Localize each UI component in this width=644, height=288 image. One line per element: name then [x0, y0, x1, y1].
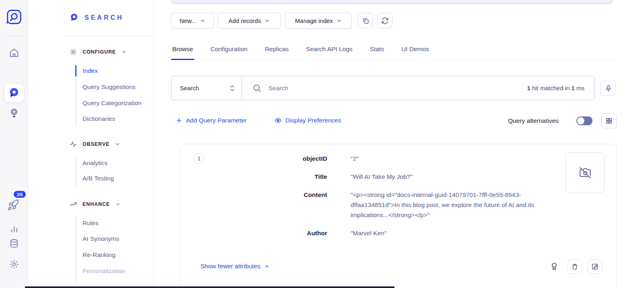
delete-record-button[interactable]	[568, 259, 582, 274]
chevron-down-icon	[115, 201, 121, 207]
camera-off-icon	[578, 166, 592, 180]
rocket-icon[interactable]	[7, 199, 19, 211]
manage-index-button[interactable]: Manage index	[285, 12, 352, 29]
add-records-button[interactable]: Add records	[218, 12, 281, 29]
sidebar-header: SEARCH	[69, 13, 124, 23]
gear-icon	[69, 48, 77, 56]
sidebar-item-analytics[interactable]: Analytics	[83, 160, 107, 167]
rail-search-active-item[interactable]	[4, 84, 24, 102]
copy-button[interactable]	[358, 13, 373, 28]
sidebar-item-ab-testing[interactable]: A/B Testing	[83, 175, 114, 182]
bar-chart-icon[interactable]	[9, 224, 19, 234]
image-placeholder	[566, 152, 605, 193]
search-product-icon	[69, 13, 79, 23]
lightbulb-icon[interactable]	[8, 107, 20, 118]
group-rule	[76, 156, 76, 186]
group-rule	[76, 216, 76, 282]
attribute-value: "<p><strong id="docs-internal-guid-14079…	[351, 190, 566, 220]
attribute-value: "Will AI Take My Job?"	[351, 172, 566, 182]
sidebar-item-dictionaries[interactable]: Dictionaries	[83, 115, 115, 122]
tab-configuration[interactable]: Configuration	[209, 41, 249, 59]
toggle-knob	[577, 117, 584, 124]
search-scope-value: Search	[180, 85, 199, 91]
eye-icon	[275, 117, 282, 124]
hit-card: 1 objectID "2" Title "Will AI Take My Jo…	[180, 144, 617, 288]
add-records-label: Add records	[229, 17, 261, 24]
index-selector-remnant[interactable]	[171, 0, 612, 4]
hit-attributes: objectID "2" Title "Will AI Take My Job?…	[180, 153, 566, 238]
refresh-button[interactable]	[377, 13, 392, 28]
time-unit: ms	[575, 85, 584, 91]
tab-replicas[interactable]: Replicas	[264, 41, 290, 59]
grid-icon	[605, 117, 613, 124]
algolia-logo-icon[interactable]	[6, 9, 22, 25]
home-icon[interactable]	[8, 47, 20, 58]
query-alternatives-label: Query alternatives	[508, 117, 559, 124]
tab-search-api-logs[interactable]: Search API Logs	[305, 41, 353, 59]
attribute-name: Content	[180, 190, 327, 220]
active-item-rule	[75, 65, 76, 77]
sidebar-item-index[interactable]: Index	[83, 67, 98, 75]
voice-search-button[interactable]	[601, 81, 616, 96]
section-configure[interactable]: CONFIGURE	[69, 48, 127, 56]
manage-index-label: Manage index	[295, 17, 333, 24]
time-value: 1	[571, 85, 574, 91]
search-box: 1 hit matched in 1 ms	[242, 76, 594, 100]
copy-icon	[362, 17, 369, 25]
attribute-value: "Marvel Ken"	[351, 228, 566, 238]
query-alternatives-toggle[interactable]	[576, 116, 592, 125]
sidebar-item-personalization[interactable]: Personalization	[83, 267, 125, 275]
section-label: CONFIGURE	[83, 49, 116, 55]
display-preferences-label: Display Preferences	[285, 117, 341, 124]
sidebar: SEARCH CONFIGURE Index Query Suggestions…	[28, 0, 154, 288]
select-chevrons-icon	[230, 85, 235, 91]
sidebar-item-ai-synonyms[interactable]: AI Synonyms	[83, 235, 119, 242]
sidebar-item-re-ranking[interactable]: Re-Ranking	[83, 251, 116, 259]
sidebar-item-rules[interactable]: Rules	[83, 220, 99, 227]
attribute-row: Content "<p><strong id="docs-internal-gu…	[180, 190, 566, 220]
trending-up-icon	[69, 200, 77, 208]
chevron-down-icon	[336, 18, 342, 23]
section-label: OBSERVE	[83, 141, 109, 147]
show-fewer-label: Show fewer attributes	[200, 263, 260, 270]
search-input[interactable]	[268, 85, 520, 92]
award-ribbon-icon[interactable]	[550, 262, 559, 271]
chevron-down-icon	[115, 141, 120, 147]
settings-gear-icon[interactable]	[9, 259, 19, 269]
section-enhance[interactable]: ENHANCE	[69, 200, 121, 208]
sidebar-item-query-suggestions[interactable]: Query Suggestions	[83, 83, 136, 91]
activity-icon	[69, 140, 77, 148]
attribute-name: Author	[180, 228, 327, 238]
attribute-value: "2"	[351, 153, 566, 164]
rail-divider	[6, 35, 23, 36]
add-query-parameter-link[interactable]: Add Query Parameter	[176, 117, 247, 124]
sidebar-item-query-categorization[interactable]: Query Categorization	[83, 99, 141, 107]
database-icon[interactable]	[9, 238, 19, 249]
search-panel: Search 1 hit matched in 1 ms	[171, 76, 594, 100]
search-icon	[252, 83, 262, 93]
add-query-parameter-label: Add Query Parameter	[186, 117, 247, 124]
tab-stats[interactable]: Stats	[369, 41, 385, 59]
attribute-row: Author "Marvel Ken"	[180, 228, 566, 238]
section-observe[interactable]: OBSERVE	[69, 140, 120, 148]
layout-grid-button[interactable]	[601, 113, 617, 128]
show-fewer-attributes-link[interactable]: Show fewer attributes	[200, 263, 270, 270]
section-label: ENHANCE	[83, 201, 110, 207]
chevron-up-icon	[264, 263, 270, 269]
trash-icon	[571, 263, 578, 270]
bottom-window-edge	[25, 286, 394, 288]
attribute-row: objectID "2"	[180, 153, 566, 164]
search-scope-select[interactable]: Search	[171, 76, 242, 100]
edit-record-button[interactable]	[588, 259, 602, 274]
edit-icon	[591, 263, 599, 270]
tab-browse[interactable]: Browse	[171, 41, 194, 59]
display-preferences-link[interactable]: Display Preferences	[275, 117, 341, 124]
tab-bar: Browse Configuration Replicas Search API…	[171, 41, 618, 60]
chevron-down-icon	[264, 18, 270, 23]
tab-ui-demos[interactable]: UI Demos	[400, 41, 430, 59]
new-button[interactable]: New...	[171, 12, 214, 29]
hit-text: hit matched in	[530, 85, 572, 91]
main-content: New... Add records Manage index Browse C…	[155, 0, 644, 288]
hit-count: 1	[527, 85, 530, 91]
new-button-label: New...	[180, 17, 196, 24]
